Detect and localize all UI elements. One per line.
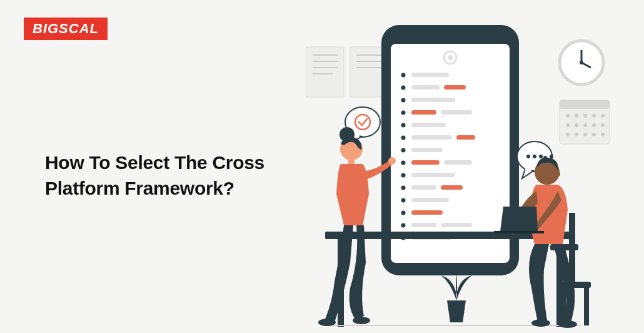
svg-rect-40 (411, 98, 455, 102)
svg-rect-38 (444, 85, 466, 90)
svg-point-56 (401, 186, 406, 190)
headline-line-2: Platform Framework? (45, 178, 234, 198)
svg-rect-31 (391, 44, 510, 263)
svg-rect-50 (411, 148, 443, 152)
svg-point-44 (401, 123, 406, 128)
svg-rect-48 (456, 135, 475, 140)
svg-point-59 (401, 198, 406, 203)
svg-rect-65 (441, 223, 472, 227)
svg-rect-60 (411, 198, 449, 202)
hero-illustration (288, 13, 625, 332)
svg-rect-93 (561, 288, 566, 325)
svg-rect-35 (411, 73, 449, 77)
page-headline: How To Select The Cross Platform Framewo… (45, 150, 264, 201)
svg-point-61 (401, 211, 406, 215)
svg-point-54 (401, 173, 406, 178)
svg-point-19 (601, 114, 605, 118)
svg-rect-42 (411, 110, 436, 115)
svg-point-12 (580, 61, 583, 64)
brand-logo: BIGSCAL (24, 18, 108, 40)
svg-rect-95 (550, 244, 578, 250)
svg-point-87 (555, 172, 560, 177)
svg-point-83 (353, 317, 370, 324)
svg-point-36 (401, 86, 406, 90)
svg-rect-64 (411, 223, 436, 227)
svg-rect-14 (560, 100, 610, 109)
svg-point-51 (401, 161, 406, 165)
svg-point-63 (401, 223, 406, 228)
svg-rect-94 (584, 288, 589, 325)
svg-point-76 (533, 155, 536, 158)
svg-point-29 (601, 133, 605, 136)
svg-point-34 (401, 73, 406, 78)
svg-point-90 (558, 320, 577, 328)
svg-rect-47 (411, 135, 452, 140)
svg-rect-57 (411, 185, 436, 190)
svg-point-20 (566, 123, 570, 127)
svg-point-86 (550, 155, 553, 158)
svg-point-46 (401, 136, 406, 140)
svg-rect-43 (441, 110, 472, 115)
svg-rect-62 (411, 210, 443, 215)
svg-point-16 (575, 114, 578, 118)
brand-logo-text: BIGSCAL (33, 21, 99, 36)
svg-point-21 (575, 123, 578, 127)
svg-rect-55 (411, 173, 455, 177)
svg-point-23 (592, 123, 596, 127)
headline-line-1: How To Select The Cross (45, 152, 264, 173)
svg-rect-52 (411, 160, 440, 165)
svg-rect-53 (444, 160, 472, 165)
svg-rect-80 (348, 158, 355, 164)
svg-point-85 (543, 156, 547, 160)
svg-point-15 (566, 114, 570, 118)
svg-point-25 (566, 133, 570, 136)
svg-point-33 (448, 55, 453, 60)
svg-point-22 (583, 123, 587, 127)
svg-point-89 (531, 319, 550, 327)
svg-point-75 (526, 155, 530, 158)
svg-point-24 (601, 123, 605, 127)
svg-point-81 (388, 157, 396, 165)
svg-rect-92 (560, 282, 591, 288)
svg-point-26 (575, 133, 578, 136)
svg-rect-45 (411, 123, 446, 127)
svg-point-28 (592, 133, 596, 136)
svg-rect-88 (494, 231, 544, 233)
svg-point-49 (401, 148, 406, 153)
svg-point-27 (583, 133, 587, 136)
svg-point-77 (539, 155, 543, 158)
svg-rect-58 (441, 185, 463, 190)
svg-rect-37 (411, 85, 440, 90)
svg-point-17 (583, 114, 587, 118)
svg-point-39 (401, 98, 406, 103)
svg-point-18 (592, 114, 596, 118)
svg-point-82 (318, 319, 336, 326)
svg-point-41 (401, 111, 406, 115)
